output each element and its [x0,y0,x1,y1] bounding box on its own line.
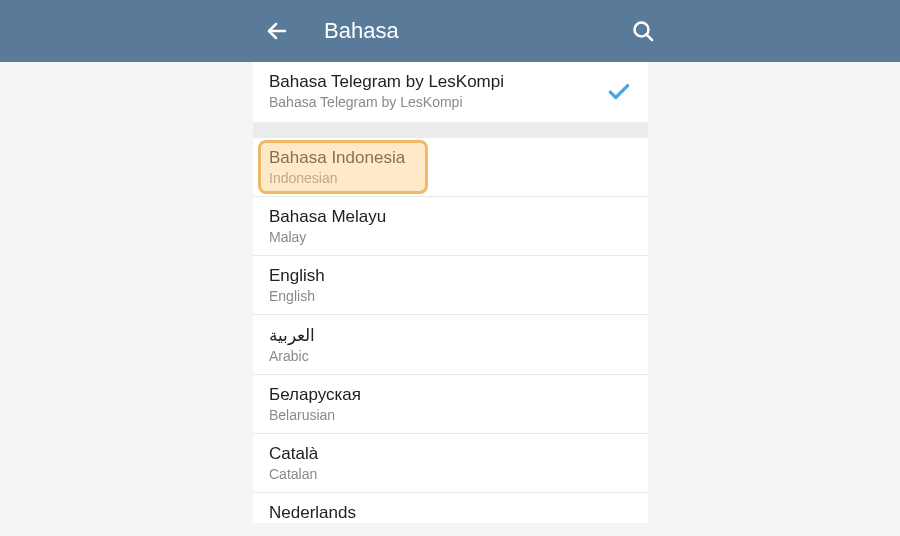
language-title: Català [269,444,632,464]
language-item-arabic[interactable]: العربية Arabic [253,315,648,375]
content-area: Bahasa Telegram by LesKompi Bahasa Teleg… [0,62,900,523]
section-spacer [253,122,648,138]
language-subtitle: Belarusian [269,407,632,423]
svg-line-2 [647,35,653,41]
language-subtitle: English [269,288,632,304]
language-item-indonesian[interactable]: Bahasa Indonesia Indonesian [253,138,648,197]
language-item-dutch[interactable]: Nederlands [253,493,648,523]
page-title: Bahasa [324,18,399,44]
language-title: Nederlands [269,503,632,523]
language-item-catalan[interactable]: Català Catalan [253,434,648,493]
back-area: Bahasa [265,18,399,44]
search-icon[interactable] [631,19,655,43]
language-list: Bahasa Telegram by LesKompi Bahasa Teleg… [253,62,648,523]
language-item-belarusian[interactable]: Беларуская Belarusian [253,375,648,434]
language-title: العربية [269,325,632,346]
current-language-item[interactable]: Bahasa Telegram by LesKompi Bahasa Teleg… [253,62,648,122]
current-language-text: Bahasa Telegram by LesKompi Bahasa Teleg… [269,72,606,110]
language-title: Беларуская [269,385,632,405]
language-item-malay[interactable]: Bahasa Melayu Malay [253,197,648,256]
language-subtitle: Arabic [269,348,632,364]
language-subtitle: Indonesian [269,170,632,186]
language-subtitle: Catalan [269,466,632,482]
current-language-title: Bahasa Telegram by LesKompi [269,72,606,92]
back-icon[interactable] [265,19,289,43]
language-item-english[interactable]: English English [253,256,648,315]
current-language-subtitle: Bahasa Telegram by LesKompi [269,94,606,110]
language-title: Bahasa Indonesia [269,148,632,168]
language-title: English [269,266,632,286]
language-title: Bahasa Melayu [269,207,632,227]
app-bar: Bahasa [0,0,900,62]
check-icon [606,78,632,104]
language-subtitle: Malay [269,229,632,245]
